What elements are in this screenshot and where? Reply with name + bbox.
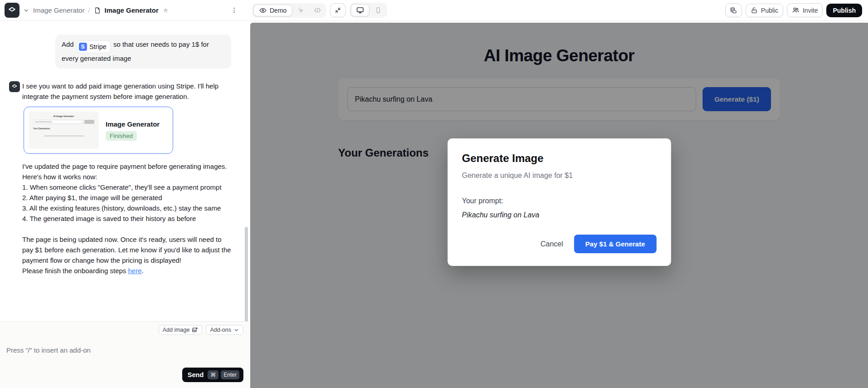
minimize-arrows-icon [335, 7, 341, 14]
thumbnail-section-label: Your Generations [33, 128, 94, 130]
thumbnail-button [84, 120, 94, 124]
pay-generate-button[interactable]: Pay $1 & Generate [574, 235, 656, 253]
onboarding-link[interactable]: here [128, 267, 142, 275]
desktop-view-button[interactable] [351, 4, 369, 16]
add-ons-dropdown[interactable]: Add-ons [206, 325, 243, 335]
stripe-icon: S [79, 43, 87, 51]
device-segmented-control [349, 3, 387, 18]
user-message-prefix: Add [62, 40, 74, 48]
demo-label: Demo [270, 7, 286, 14]
modal-title: Generate Image [462, 152, 656, 165]
users-icon [792, 6, 800, 14]
public-label: Public [761, 7, 778, 14]
breadcrumb-project[interactable]: Image Generator [33, 6, 84, 14]
onboarding-line: Please finish the onboarding steps here. [22, 265, 232, 276]
collapse-pages-double-chevron-up-icon[interactable] [162, 7, 169, 14]
invite-label: Invite [803, 7, 818, 14]
assistant-logo-icon [11, 83, 18, 90]
cmd-key-icon: ⌘ [208, 370, 218, 379]
smartphone-icon [375, 7, 382, 14]
breadcrumb-separator: / [88, 6, 90, 14]
version-card-title: Image Generator [106, 120, 160, 128]
mobile-view-button[interactable] [370, 5, 386, 16]
lock-open-icon [751, 7, 758, 14]
stripe-addon-chip[interactable]: S Stripe [77, 40, 111, 53]
visibility-public-button[interactable]: Public [746, 4, 783, 17]
header-actions: Public Invite Publish [725, 3, 868, 17]
monitor-icon [356, 6, 364, 14]
thumbnail-title: AI Image Generator [33, 115, 94, 118]
image-plus-icon [192, 327, 198, 333]
thumbnail-empty-text-bar [44, 135, 84, 137]
coins-icon [730, 6, 737, 14]
cancel-button[interactable]: Cancel [540, 240, 563, 248]
eye-icon [259, 7, 267, 14]
assistant-intro-text: I see you want to add paid image generat… [22, 81, 232, 102]
user-message-bubble: Add S Stripe so that user needs to pay 1… [55, 34, 231, 69]
add-image-label: Add image [163, 327, 190, 333]
version-card[interactable]: AI Image Generator Your Generations Imag… [24, 107, 173, 154]
app-header: Image Generator / Image Generator Demo [0, 0, 868, 21]
chat-scrollbar-thumb[interactable] [245, 227, 248, 332]
composer: Add image Add-ons Press “/” to insert an… [0, 321, 249, 388]
version-card-info: Image Generator Finished [106, 120, 160, 141]
thumbnail-input-row [33, 120, 94, 124]
select-cursor-mode-button[interactable] [293, 5, 309, 16]
mode-segmented-control: Demo [252, 3, 326, 18]
assistant-avatar [9, 81, 20, 92]
modal-prompt-value: Pikachu surfing on Lava [462, 211, 656, 219]
demo-mode-button[interactable]: Demo [253, 5, 292, 16]
modal-actions: Cancel Pay $1 & Generate [462, 235, 656, 253]
main-layout: Add S Stripe so that user needs to pay 1… [0, 21, 868, 388]
chat-scroll-area: Add S Stripe so that user needs to pay 1… [0, 21, 249, 276]
assistant-message: I see you want to add paid image generat… [5, 81, 231, 276]
preview-toolbar: Demo [252, 3, 387, 18]
collapse-preview-button[interactable] [330, 3, 346, 17]
credits-button[interactable] [725, 3, 742, 17]
app-logo-icon[interactable] [5, 3, 19, 18]
page-menu-kebab-icon[interactable] [231, 7, 238, 14]
composer-buttons: Add image Add-ons [159, 325, 243, 335]
add-ons-label: Add-ons [210, 327, 231, 333]
send-button[interactable]: Send ⌘ Enter [182, 368, 243, 382]
modal-prompt-label: Your prompt: [462, 197, 656, 205]
stripe-chip-label: Stripe [89, 41, 107, 52]
assistant-body-text: I've updated the page to require payment… [22, 161, 232, 265]
add-image-button[interactable]: Add image [159, 325, 203, 335]
version-thumbnail: AI Image Generator Your Generations [29, 112, 99, 149]
invite-button[interactable]: Invite [787, 3, 823, 17]
enter-key-label: Enter [221, 370, 239, 379]
breadcrumb-page[interactable]: Image Generator [105, 6, 159, 14]
code-icon [314, 6, 321, 14]
chevron-down-icon [233, 327, 239, 333]
generate-image-modal: Generate Image Generate a unique AI imag… [447, 138, 671, 266]
publish-button[interactable]: Publish [826, 4, 862, 17]
header-left: Image Generator / Image Generator [0, 3, 249, 18]
composer-placeholder[interactable]: Press “/” to insert an add-on [6, 346, 91, 354]
chat-panel: Add S Stripe so that user needs to pay 1… [0, 21, 249, 388]
page-file-icon [94, 7, 101, 14]
cursor-icon [297, 7, 305, 14]
thumbnail-input [33, 120, 83, 124]
onboarding-text: Please finish the onboarding steps [22, 267, 128, 275]
send-label: Send [188, 371, 204, 378]
app-preview-panel: AI Image Generator Generate ($1) Your Ge… [250, 23, 868, 388]
workspace-chevron-down-icon[interactable] [23, 7, 29, 14]
modal-subtitle: Generate a unique AI image for $1 [462, 172, 656, 180]
code-mode-button[interactable] [310, 5, 325, 16]
version-status-badge: Finished [106, 131, 137, 141]
onboarding-period: . [142, 267, 144, 275]
